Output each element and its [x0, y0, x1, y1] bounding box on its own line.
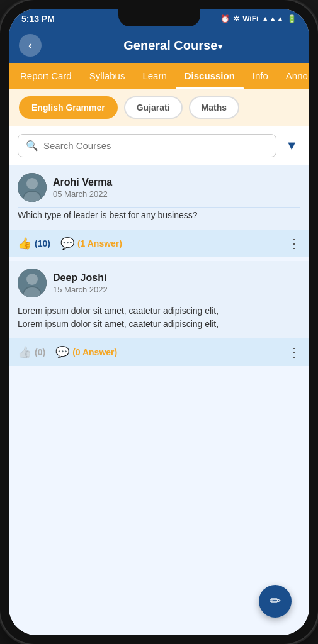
answer-count: (1 Answer)	[77, 238, 122, 248]
new-discussion-fab[interactable]: ✏	[259, 585, 292, 618]
post-user-info: Arohi Verma 05 March 2022	[53, 177, 300, 199]
signal-icon: ▲▲▲	[261, 14, 284, 23]
post-username: Deep Joshi	[53, 272, 300, 284]
dropdown-arrow-icon[interactable]: ▼	[216, 42, 225, 52]
more-options-icon[interactable]: ⋮	[288, 236, 300, 251]
bluetooth-icon: ✲	[233, 14, 239, 23]
answer-button[interactable]: 💬 (1 Answer)	[60, 236, 122, 250]
avatar	[18, 173, 47, 202]
like-button[interactable]: 👍 (10)	[18, 236, 50, 250]
answer-button[interactable]: 💬 (0 Answer)	[55, 345, 117, 359]
wifi-icon: WiFi	[242, 14, 258, 23]
post-footer: 👍 (0) 💬 (0 Answer) ⋮	[9, 338, 309, 366]
post-header: Arohi Verma 05 March 2022	[9, 165, 309, 207]
edit-icon: ✏	[270, 593, 281, 609]
chip-english-grammer[interactable]: English Grammer	[19, 96, 118, 119]
chip-maths[interactable]: Maths	[189, 96, 239, 119]
chat-icon: 💬	[60, 236, 74, 250]
like-icon: 👍	[18, 345, 31, 359]
answer-count: (0 Answer)	[72, 347, 117, 357]
post-question: Lorem ipsum dolor sit amet, caatetur adi…	[9, 303, 309, 338]
search-icon: 🔍	[26, 140, 38, 152]
battery-icon: 🔋	[287, 14, 297, 23]
post-card: Arohi Verma 05 March 2022 Which type of …	[9, 165, 309, 257]
filter-icon[interactable]: ▼	[283, 136, 300, 155]
back-button[interactable]: ‹	[19, 34, 42, 57]
status-icons: ⏰ ✲ WiFi ▲▲▲ 🔋	[220, 14, 297, 23]
alarm-icon: ⏰	[220, 14, 230, 23]
post-date: 05 March 2022	[53, 189, 300, 199]
avatar	[18, 269, 47, 297]
chip-gujarati[interactable]: Gujarati	[124, 96, 183, 119]
content-area: 🔍 ▼ Arohi	[9, 126, 309, 635]
post-header: Deep Joshi 15 March 2022	[9, 261, 309, 303]
tab-learn[interactable]: Learn	[133, 63, 175, 89]
post-user-info: Deep Joshi 15 March 2022	[53, 272, 300, 294]
like-button[interactable]: 👍 (0)	[18, 345, 45, 359]
tab-info[interactable]: Info	[244, 63, 277, 89]
post-card: Deep Joshi 15 March 2022 Lorem ipsum dol…	[9, 261, 309, 366]
navigation-tabs: Report Card Syllabus Learn Discussion In…	[9, 63, 309, 89]
header-title: General Course ▼	[49, 38, 299, 53]
tab-syllabus[interactable]: Syllabus	[81, 63, 134, 89]
tab-discussion[interactable]: Discussion	[176, 63, 244, 89]
search-bar-wrapper: 🔍 ▼	[9, 126, 309, 165]
app-header: ‹ General Course ▼	[9, 28, 309, 63]
post-footer: 👍 (10) 💬 (1 Answer) ⋮	[9, 230, 309, 257]
like-count: (0)	[35, 347, 45, 357]
search-input-wrap[interactable]: 🔍	[18, 134, 276, 157]
post-date: 15 March 2022	[53, 285, 300, 294]
search-input[interactable]	[43, 140, 268, 151]
svg-point-1	[26, 178, 38, 189]
svg-point-4	[26, 274, 38, 285]
chat-icon: 💬	[55, 345, 69, 359]
filter-chips: English Grammer Gujarati Maths	[9, 89, 309, 126]
like-icon: 👍	[18, 236, 31, 250]
status-time: 5:13 PM	[21, 14, 55, 24]
tab-report-card[interactable]: Report Card	[11, 63, 81, 89]
post-username: Arohi Verma	[53, 177, 300, 188]
more-options-icon[interactable]: ⋮	[288, 345, 300, 360]
post-question: Which type of leader is best for any bus…	[9, 208, 309, 230]
like-count: (10)	[35, 238, 50, 248]
tab-anno[interactable]: Anno	[277, 63, 309, 89]
